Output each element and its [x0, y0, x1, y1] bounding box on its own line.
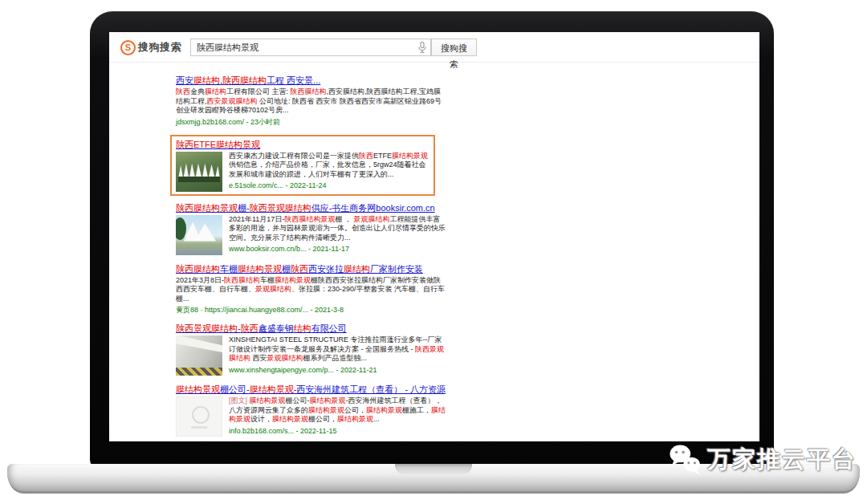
result-url: e.51sole.com/c... - 2022-11-24 [229, 181, 429, 190]
result-description: [图文] 膜结构景观棚公司-膜结构景观-西安海州建筑工程（查看），八方资源网云集… [229, 396, 446, 425]
result-title-link[interactable]: 西安膜结构,陕西膜结构工程 西安景... [176, 75, 446, 86]
result-thumbnail[interactable] [176, 215, 222, 255]
result-title-link[interactable]: 陕西膜结构车棚膜结构景观棚陕西西安张拉膜结构厂家制作安装 [176, 263, 446, 274]
watermark: 万家推云平台 [669, 444, 857, 476]
result-body: 2021年11月17日-陕西膜结构景观棚 ， 景观膜结构工程能提供丰富多彩的用途… [176, 215, 446, 255]
result-body: [图文] 膜结构景观棚公司-膜结构景观-西安海州建筑工程（查看），八方资源网云集… [176, 396, 446, 437]
results-list: 西安膜结构,陕西膜结构工程 西安景... 陕西金典膜结构工程有限公司 主营: 陕… [176, 75, 446, 441]
result-text-column: 西安康杰力建设工程有限公司是一家提供陕西ETFE膜结构景观供销信息，介绍产品价格… [229, 152, 429, 192]
result-text-column: [图文] 膜结构景观棚公司-膜结构景观-西安海州建筑工程（查看），八方资源网云集… [229, 396, 446, 437]
result-title-link[interactable]: 膜结构景观棚公司-膜结构景观-西安海州建筑工程（查看） - 八方资源网 [176, 384, 446, 395]
result-description: 陕西金典膜结构工程有限公司 主营: 陕西膜结构,西安膜结构,陕西膜结构工程,宝鸡… [176, 87, 446, 116]
result-thumbnail[interactable] [176, 335, 222, 376]
result-body: XINSHENGTAI STEEL STRUCTURE 专注推拉雨蓬行业多年--… [176, 335, 446, 376]
search-result: 陕西膜结构车棚膜结构景观棚陕西西安张拉膜结构厂家制作安装 2021年3月8日-陕… [176, 263, 446, 315]
result-description: 2021年3月8日-陕西膜结构车棚膜结构景观棚陕西西安张拉膜结构厂家制作安装做陕… [176, 276, 446, 304]
search-result: 膜结构景观棚公司-膜结构景观-西安海州建筑工程（查看） - 八方资源网 [图文]… [176, 384, 446, 437]
search-result: 陕西景观膜结构-陕西鑫盛泰钢结构有限公司 XINSHENGTAI STEEL S… [176, 323, 446, 376]
result-title-link[interactable]: 陕西ETFE膜结构景观 [176, 139, 429, 150]
result-text-column: XINSHENGTAI STEEL STRUCTURE 专注推拉雨蓬行业多年--… [229, 335, 446, 376]
browser-screen: S 搜狗搜索 搜狗搜索 西安膜结构,陕西膜结构工程 西安景... 陕西金典膜结构… [109, 32, 759, 441]
search-result: 西安膜结构,陕西膜结构工程 西安景... 陕西金典膜结构工程有限公司 主营: 陕… [176, 75, 446, 127]
search-result: 陕西ETFE膜结构景观 西安康杰力建设工程有限公司是一家提供陕西ETFE膜结构景… [170, 135, 435, 196]
result-text-column: 陕西金典膜结构工程有限公司 主营: 陕西膜结构,西安膜结构,陕西膜结构工程,宝鸡… [176, 87, 446, 127]
sogou-logo-icon: S [120, 40, 136, 55]
result-url: www.xinshengtaipengye.com/p... - 2022-11… [229, 366, 446, 375]
search-button[interactable]: 搜狗搜索 [431, 39, 477, 56]
wechat-icon [669, 444, 702, 476]
search-result: 陕西膜结构景观棚-陕西景观膜结构供应-书生商务网booksir.com.cn 2… [176, 202, 446, 255]
sogou-logo[interactable]: S 搜狗搜索 [120, 40, 181, 55]
result-text-column: 2021年11月17日-陕西膜结构景观棚 ， 景观膜结构工程能提供丰富多彩的用途… [229, 215, 446, 255]
laptop-lid-notch [395, 464, 472, 474]
result-body: 2021年3月8日-陕西膜结构车棚膜结构景观棚陕西西安张拉膜结构厂家制作安装做陕… [176, 276, 446, 315]
result-url: www.booksir.com.cn/b... - 2021-11-17 [229, 245, 446, 254]
result-thumbnail[interactable] [176, 396, 222, 437]
result-url: info.b2b168.com/s... - 2022-11-15 [229, 427, 446, 436]
result-body: 陕西金典膜结构工程有限公司 主营: 陕西膜结构,西安膜结构,陕西膜结构工程,宝鸡… [176, 87, 446, 127]
result-thumbnail[interactable] [176, 152, 222, 192]
search-header: S 搜狗搜索 搜狗搜索 [109, 32, 759, 63]
result-description: 西安康杰力建设工程有限公司是一家提供陕西ETFE膜结构景观供销信息，介绍产品价格… [229, 152, 429, 180]
result-text-column: 2021年3月8日-陕西膜结构车棚膜结构景观棚陕西西安张拉膜结构厂家制作安装做陕… [176, 276, 446, 315]
microphone-icon[interactable] [417, 42, 427, 53]
result-url: jdsxmjg.b2b168.com/ - 23小时前 [176, 118, 446, 127]
result-body: 西安康杰力建设工程有限公司是一家提供陕西ETFE膜结构景观供销信息，介绍产品价格… [176, 152, 429, 192]
sogou-logo-label: 搜狗搜索 [138, 40, 181, 55]
result-title-link[interactable]: 陕西膜结构景观棚-陕西景观膜结构供应-书生商务网booksir.com.cn [176, 202, 446, 213]
result-description: XINSHENGTAI STEEL STRUCTURE 专注推拉雨蓬行业多年--… [229, 335, 446, 364]
result-title-link[interactable]: 陕西景观膜结构-陕西鑫盛泰钢结构有限公司 [176, 323, 446, 334]
result-url: 黄页88 · https://jiancai.huangye88.com/...… [176, 306, 446, 315]
search-input[interactable] [190, 39, 431, 56]
result-description: 2021年11月17日-陕西膜结构景观棚 ， 景观膜结构工程能提供丰富多彩的用途… [229, 215, 446, 243]
watermark-label: 万家推云平台 [707, 444, 857, 476]
